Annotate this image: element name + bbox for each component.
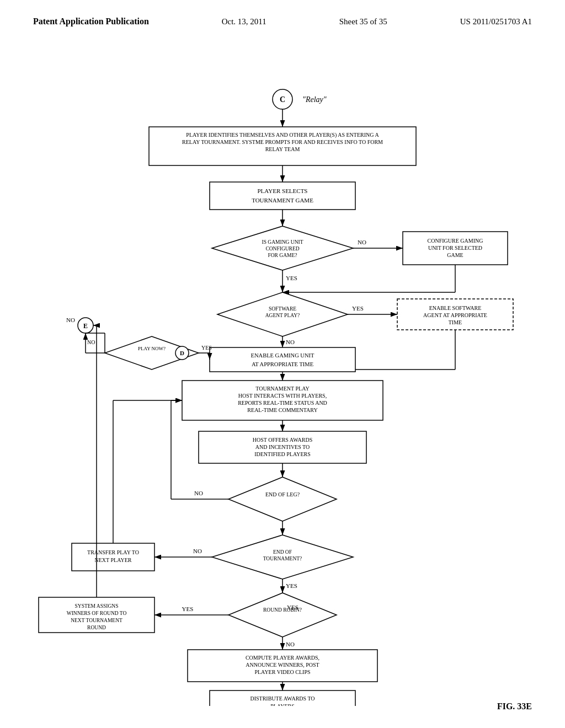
- box5-rect: [210, 347, 355, 372]
- publication-date: Oct. 13, 2011: [222, 17, 266, 26]
- flowchart-area: C "Relay" PLAYER IDENTIFIES THEMSELVES A…: [0, 72, 565, 706]
- box2-line2: TOURNAMENT GAME: [252, 197, 313, 204]
- box3-line2: UNIT FOR SELECTED: [428, 245, 482, 251]
- box4-line1: ENABLE SOFTWARE: [429, 305, 482, 311]
- box10-line2: ANNOUNCE WINNERS, POST: [246, 662, 319, 668]
- diamond3: [228, 477, 337, 521]
- diamond2-yes-label: YES: [352, 305, 364, 312]
- diamond4-yes-label: YES: [286, 582, 297, 589]
- box7-line1: HOST OFFERS AWARDS: [253, 437, 313, 443]
- connector-e-label: E: [83, 322, 88, 330]
- patent-number: US 2011/0251703 A1: [460, 17, 532, 26]
- diamond5-yes-line-label: YES: [182, 606, 194, 612]
- relay-label: "Relay": [302, 95, 327, 104]
- box8-line2: NEXT PLAYER: [95, 557, 132, 563]
- diamond4-line1: END OF: [273, 549, 292, 555]
- box1-line2: RELAY TOURNAMENT. SYSTME PROMPTS FOR AND…: [182, 139, 383, 145]
- diamond1-line3: FOR GAME?: [268, 253, 297, 258]
- page-header: Patent Application Publication Oct. 13, …: [0, 0, 565, 26]
- box5-line2: AT APPROPRIATE TIME: [252, 361, 313, 367]
- connector-d-label: D: [180, 350, 184, 356]
- fig-label: FIG. 33E: [497, 702, 532, 711]
- e-no-label: NO: [66, 317, 75, 323]
- play-now-yes-label: YES: [201, 345, 212, 351]
- connector-c-label: C: [280, 95, 285, 104]
- box6-line2: HOST INTERACTS WITH PLAYERS,: [238, 393, 327, 399]
- box7-line3: IDENTIFIED PLAYERS: [254, 451, 311, 457]
- box11-line1: DISTRIBUTE AWARDS TO: [250, 695, 315, 702]
- flowchart-svg: C "Relay" PLAYER IDENTIFIES THEMSELVES A…: [0, 72, 565, 706]
- publication-title: Patent Application Publication: [33, 17, 149, 26]
- diamond4-no-label: NO: [193, 548, 202, 554]
- box9-line4: ROUND: [87, 625, 106, 630]
- play-now-label: PLAY NOW?: [138, 346, 166, 351]
- diamond3-no-label: NO: [194, 490, 203, 496]
- box3-line1: CONFIGURE GAMING: [428, 238, 483, 244]
- box8-line1: TRANSFER PLAY TO: [87, 549, 139, 555]
- diamond1-line1: IS GAMING UNIT: [262, 239, 303, 245]
- diamond1-line2: CONFIGURED: [265, 246, 299, 251]
- box1-line1: PLAYER IDENTIFIES THEMSELVES AND OTHER P…: [186, 132, 379, 138]
- diamond5-yes-label: YES: [287, 604, 299, 611]
- box9-line2: WINNERS OF ROUND TO: [67, 611, 127, 616]
- diamond3-line1: END OF LEG?: [265, 491, 300, 497]
- play-now-no-label: NO: [87, 339, 95, 345]
- box4-line2: AGENT AT APPROPRIATE: [423, 312, 487, 318]
- box2-line1: PLAYER SELECTS: [258, 188, 308, 194]
- box3-line3: GAME: [447, 252, 463, 258]
- box11-line2: PLAYERS: [270, 703, 295, 706]
- box6-line4: REAL-TIME COMMENTARY: [247, 407, 317, 413]
- diamond2-line2: AGENT PLAY?: [265, 313, 300, 318]
- diamond5-no-label: NO: [286, 641, 295, 647]
- diamond5: [228, 593, 337, 637]
- box6-line1: TOURNAMENT PLAY: [255, 386, 309, 392]
- diamond4-line2: TOURNAMENT?: [263, 556, 302, 561]
- box2-rect: [210, 182, 355, 210]
- box6-line3: REPORTS REAL-TIME STATUS AND: [238, 400, 327, 406]
- diamond1-no-label: NO: [358, 239, 366, 245]
- sheet-info: Sheet 35 of 35: [339, 17, 387, 26]
- box9-line1: SYSTEM ASSIGNS: [75, 603, 119, 609]
- box9-line3: NEXT TOURNAMENT: [71, 618, 122, 623]
- box1-line3: RELAY TEAM: [265, 146, 300, 152]
- box4-line3: TIME: [449, 319, 462, 325]
- box7-line2: AND INCENTIVES TO: [255, 444, 310, 450]
- box10-line3: PLAYER VIDEO CLIPS: [254, 669, 310, 675]
- box5-line1: ENABLE GAMING UNIT: [251, 352, 315, 358]
- box10-line1: COMPUTE PLAYER AWARDS,: [246, 655, 319, 661]
- diamond2-no-label: NO: [286, 339, 295, 345]
- diamond2-line1: SOFTWARE: [269, 306, 296, 312]
- diamond1-yes-label: YES: [286, 275, 297, 281]
